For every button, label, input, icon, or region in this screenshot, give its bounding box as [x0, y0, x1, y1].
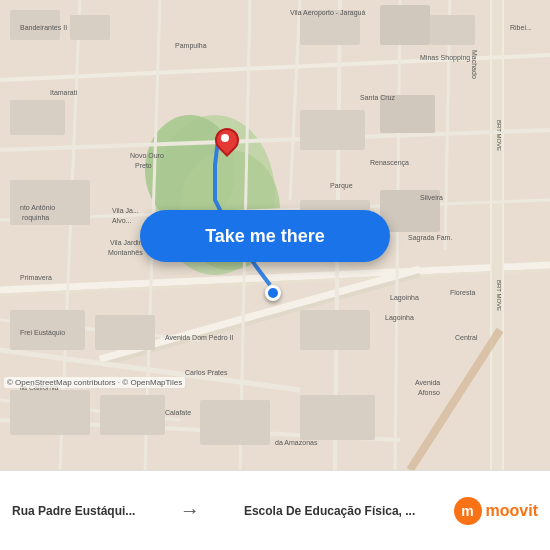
svg-rect-31: [300, 110, 365, 150]
arrow-icon: →: [174, 499, 206, 522]
svg-text:Lagoinha: Lagoinha: [390, 294, 419, 302]
svg-rect-28: [380, 5, 430, 45]
svg-rect-38: [300, 310, 370, 350]
svg-rect-26: [70, 15, 110, 40]
origin-label: Rua Padre Eustáqui...: [12, 504, 135, 518]
svg-rect-29: [430, 15, 475, 45]
destination-location: Escola De Educação Física, ...: [244, 504, 415, 518]
svg-text:Frei Eustáquio: Frei Eustáquio: [20, 329, 65, 337]
svg-text:Vila Aeroporto - Jaraguá: Vila Aeroporto - Jaraguá: [290, 9, 365, 17]
moovit-logo: m moovit: [454, 497, 538, 525]
svg-text:Ribei...: Ribei...: [510, 24, 532, 31]
svg-text:Alvo...: Alvo...: [112, 217, 132, 224]
svg-text:Carlos Prates: Carlos Prates: [185, 369, 228, 376]
svg-rect-40: [100, 395, 165, 435]
svg-text:Primavera: Primavera: [20, 274, 52, 281]
svg-text:Silveira: Silveira: [420, 194, 443, 201]
svg-text:Preto: Preto: [135, 162, 152, 169]
svg-text:Novo Ouro: Novo Ouro: [130, 152, 164, 159]
osm-attribution: © OpenStreetMap contributors · © OpenMap…: [4, 377, 185, 388]
svg-rect-42: [300, 395, 375, 440]
svg-text:Vila Ja...: Vila Ja...: [112, 207, 139, 214]
destination-label: Escola De Educação Física, ...: [244, 504, 415, 518]
svg-rect-30: [10, 100, 65, 135]
svg-text:Itamarati: Itamarati: [50, 89, 78, 96]
svg-text:Central: Central: [455, 334, 478, 341]
origin-location: Rua Padre Eustáqui...: [12, 504, 135, 518]
svg-text:Renascença: Renascença: [370, 159, 409, 167]
svg-text:Pampulha: Pampulha: [175, 42, 207, 50]
svg-text:Floresta: Floresta: [450, 289, 475, 296]
svg-text:BRT MOVE: BRT MOVE: [496, 280, 502, 311]
svg-text:Afonso: Afonso: [418, 389, 440, 396]
svg-text:Santa Cruz: Santa Cruz: [360, 94, 396, 101]
destination-pin: [215, 128, 235, 156]
origin-pin: [265, 285, 281, 301]
svg-rect-41: [200, 400, 270, 445]
svg-text:roquinha: roquinha: [22, 214, 49, 222]
svg-text:Avenida Dom Pedro II: Avenida Dom Pedro II: [165, 334, 233, 341]
take-me-there-button[interactable]: Take me there: [140, 210, 390, 262]
svg-text:Sagrada Fam.: Sagrada Fam.: [408, 234, 452, 242]
svg-text:Avenida: Avenida: [415, 379, 440, 386]
svg-text:nto Antônio: nto Antônio: [20, 204, 55, 211]
svg-text:da Amazonas: da Amazonas: [275, 439, 318, 446]
svg-text:Lagoinha: Lagoinha: [385, 314, 414, 322]
svg-rect-37: [95, 315, 155, 350]
svg-rect-9: [492, 0, 502, 470]
moovit-logo-circle: m: [454, 497, 482, 525]
map-container: Bandeirantes II Pampulha Itamarati Novo …: [0, 0, 550, 470]
svg-text:Parque: Parque: [330, 182, 353, 190]
svg-text:Bandeirantes II: Bandeirantes II: [20, 24, 67, 31]
bottom-bar: Rua Padre Eustáqui... → Escola De Educaç…: [0, 470, 550, 550]
moovit-brand-name: moovit: [486, 502, 538, 520]
svg-text:BRT MOVE: BRT MOVE: [496, 120, 502, 151]
svg-text:Montanhês: Montanhês: [108, 249, 143, 256]
svg-text:Calafate: Calafate: [165, 409, 191, 416]
svg-text:Minas Shopping: Minas Shopping: [420, 54, 470, 62]
svg-text:Machado: Machado: [471, 50, 478, 79]
svg-rect-39: [10, 390, 90, 435]
